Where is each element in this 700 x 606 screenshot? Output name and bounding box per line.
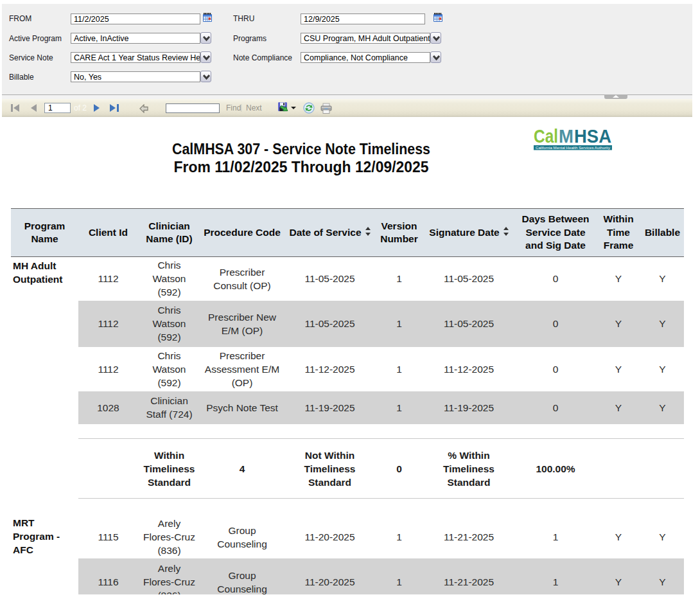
svg-text:California Mental Health Servi: California Mental Health Services Author…	[536, 146, 610, 150]
svg-text:M: M	[559, 126, 573, 147]
svg-text:Cal: Cal	[534, 126, 558, 147]
svg-text:HSA: HSA	[574, 126, 611, 147]
